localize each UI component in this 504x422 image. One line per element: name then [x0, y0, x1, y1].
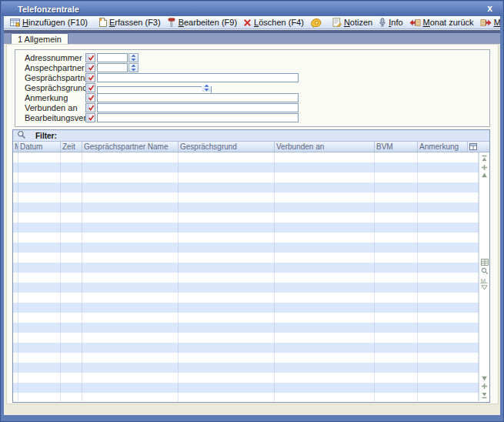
monat-zurueck-button-label: Monat zurück [423, 18, 474, 27]
table-cell [418, 363, 479, 373]
tab-strip: 1 Allgemein [4, 33, 500, 44]
table-cell [375, 152, 418, 162]
table-body-wrap: M [13, 152, 489, 401]
column-header-verbunden-an[interactable]: Verbunden an [275, 142, 375, 152]
table-cell [418, 253, 479, 263]
adressnummer-check-button[interactable] [85, 53, 95, 62]
table-cell [13, 152, 18, 162]
table-cell [375, 193, 418, 203]
table-cell [18, 293, 61, 303]
anspechpartner-spinner[interactable] [129, 63, 139, 72]
adressnummer-spinner[interactable] [129, 53, 139, 62]
table-cell [418, 193, 479, 203]
column-header-bvm[interactable]: BVM [375, 142, 418, 152]
table-row [13, 323, 479, 333]
table-cell [61, 193, 82, 203]
filter-bar: Filter: [13, 130, 489, 142]
notizen-button[interactable]: Notizen [329, 17, 375, 28]
table-cell [179, 213, 275, 223]
hinzufuegen-button[interactable]: Hinzufügen (F10) [7, 17, 91, 28]
table-cell [82, 223, 179, 233]
table-cell [18, 383, 61, 393]
table-cell [82, 183, 179, 193]
column-header-m[interactable]: M [13, 142, 18, 152]
column-header-gespr-chspartner-name[interactable]: Gesprächspartner Name [82, 142, 179, 152]
table-cell [18, 283, 61, 293]
sort-down-icon[interactable] [479, 285, 489, 290]
horn-button[interactable] [307, 17, 325, 28]
bearbeitungsvermerk-input[interactable] [97, 113, 299, 122]
table-cell [375, 172, 418, 183]
column-header-zeit[interactable]: Zeit [61, 142, 82, 152]
table-cell [13, 253, 18, 263]
window-title: Telefonzentrale [2, 5, 79, 14]
table-row [13, 373, 479, 383]
anmerkung-input[interactable] [97, 93, 299, 102]
table-row [13, 383, 479, 393]
search-icon[interactable] [479, 267, 489, 275]
table-cell [418, 353, 479, 363]
gespraechsgrund-spinner[interactable] [202, 84, 211, 92]
gespraechspartner-input[interactable] [97, 73, 299, 82]
table-cell [82, 373, 179, 383]
table-row [13, 263, 479, 273]
monat-vor-button[interactable]: Monat vor [477, 17, 500, 28]
info-button-label: Info [389, 18, 402, 27]
table-cell [82, 353, 179, 363]
table-cell [275, 353, 375, 363]
table-cell [13, 203, 18, 213]
table-cell [418, 152, 479, 162]
table-row [13, 283, 479, 293]
scroll-page-down-icon[interactable] [479, 383, 489, 390]
anspechpartner-input[interactable] [97, 63, 128, 72]
bearbeiten-button[interactable]: Bearbeiten (F9) [164, 17, 240, 28]
table-cell [275, 273, 375, 283]
table-cell [375, 243, 418, 253]
table-cell [18, 162, 61, 172]
table-cell [418, 393, 479, 401]
close-button[interactable]: x [487, 3, 492, 14]
info-button[interactable]: Info [375, 17, 406, 28]
verbunden-an-input[interactable] [97, 103, 299, 112]
scroll-up-icon[interactable] [479, 172, 489, 178]
verbunden-an-check-button[interactable] [85, 103, 95, 112]
scroll-bottom-icon[interactable] [479, 391, 489, 399]
grid-view-icon[interactable] [479, 259, 489, 266]
title-bar[interactable]: Telefonzentrale x [2, 2, 502, 16]
note-icon [332, 18, 342, 27]
bearbeitungsvermerk-check-button[interactable] [85, 113, 95, 122]
scroll-down-icon[interactable] [479, 376, 489, 381]
bookmark-icon[interactable]: M [479, 276, 489, 283]
loeschen-button[interactable]: Löschen (F4) [240, 17, 307, 28]
scroll-top-icon[interactable] [479, 155, 489, 162]
table-row [13, 233, 479, 243]
table-row [13, 162, 479, 172]
column-options-icon[interactable] [468, 142, 479, 152]
loeschen-button-label: Löschen (F4) [254, 18, 304, 27]
adressnummer-input[interactable] [97, 53, 128, 62]
column-header-gespr-chsgrund[interactable]: Gesprächsgrund [179, 142, 275, 152]
anmerkung-check-button[interactable] [85, 93, 95, 102]
table-cell [61, 393, 82, 401]
table-cell [179, 323, 275, 333]
column-header-anmerkung[interactable]: Anmerkung [418, 142, 468, 152]
table-cell [275, 323, 375, 333]
table-cell [82, 323, 179, 333]
tab-allgemein[interactable]: 1 Allgemein [11, 33, 68, 44]
monat-zurueck-button[interactable]: Monat zurück [406, 17, 477, 28]
sort-down-icon [481, 285, 488, 290]
erfassen-button[interactable]: Erfassen (F3) [95, 17, 164, 28]
tab-page: AdressnummerAnspechpartnerGesprächspartn… [6, 44, 499, 404]
anspechpartner-check-button[interactable] [85, 63, 95, 72]
table-cell [82, 393, 179, 401]
gespraechsgrund-check-button[interactable] [85, 83, 95, 92]
table-row [13, 243, 479, 253]
table-cell [13, 333, 18, 343]
gespraechspartner-check-button[interactable] [85, 73, 95, 82]
table-cell [418, 303, 479, 313]
erfassen-button-label: Erfassen (F3) [109, 18, 161, 27]
table-row [13, 172, 479, 183]
table-cell [375, 383, 418, 393]
column-header-datum[interactable]: Datum [18, 142, 61, 152]
scroll-page-up-icon[interactable] [479, 164, 489, 171]
